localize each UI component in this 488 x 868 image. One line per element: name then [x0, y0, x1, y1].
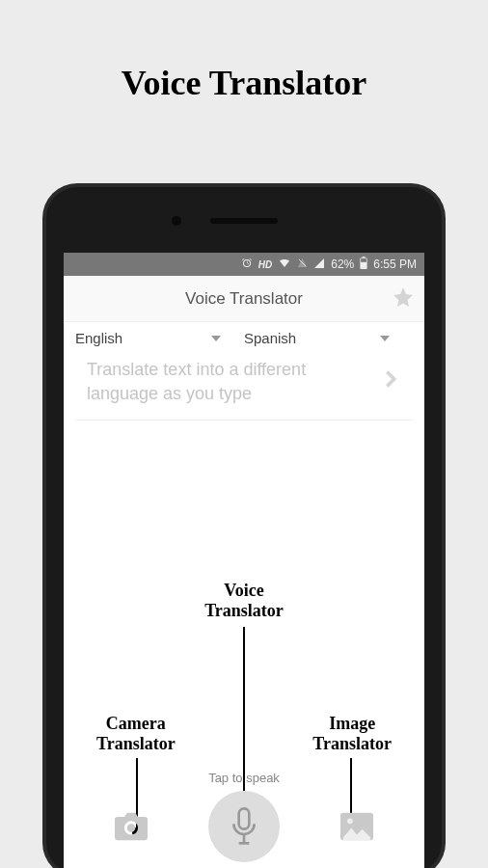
chevron-down-icon — [211, 336, 221, 341]
phone-speaker — [210, 218, 278, 224]
hd-label: HD — [258, 259, 272, 270]
no-signal-icon — [297, 258, 308, 271]
status-bar: HD 62% 6:55 PM — [64, 253, 424, 276]
voice-translator-button[interactable] — [208, 791, 280, 862]
favorite-button[interactable] — [392, 285, 415, 312]
camera-translator-button[interactable] — [108, 803, 154, 850]
input-row — [75, 352, 413, 420]
signal-icon — [313, 258, 325, 272]
page-title: Voice Translator — [0, 0, 488, 103]
svg-point-5 — [347, 819, 353, 825]
image-translator-button[interactable] — [334, 803, 380, 850]
app-title: Voice Translator — [185, 289, 303, 309]
svg-rect-2 — [361, 258, 366, 262]
phone-screen: HD 62% 6:55 PM Voice Translator — [64, 253, 424, 868]
tap-to-speak-label: Tap to speak — [64, 771, 424, 785]
phone-frame: HD 62% 6:55 PM Voice Translator — [42, 183, 446, 868]
language-row: English Spanish — [64, 322, 424, 352]
phone-inner: HD 62% 6:55 PM Voice Translator — [46, 187, 442, 868]
wifi-icon — [278, 258, 291, 272]
annotation-image: Image Translator — [312, 714, 392, 753]
svg-rect-3 — [239, 808, 250, 828]
app-header: Voice Translator — [64, 276, 424, 322]
clock-label: 6:55 PM — [373, 258, 417, 271]
alarm-icon — [241, 258, 253, 272]
submit-arrow-button[interactable] — [380, 366, 401, 399]
battery-icon — [360, 257, 367, 272]
bottom-toolbar — [64, 791, 424, 862]
target-language-label: Spanish — [244, 330, 296, 346]
battery-pct: 62% — [331, 258, 354, 271]
image-icon — [340, 812, 373, 841]
annotation-camera: Camera Translator — [96, 714, 176, 753]
phone-camera-dot — [172, 216, 181, 226]
camera-icon — [115, 812, 148, 841]
annotation-voice: Voice Translator — [204, 581, 284, 620]
microphone-icon — [228, 807, 260, 846]
chevron-down-icon — [380, 336, 390, 341]
target-language-select[interactable]: Spanish — [244, 330, 413, 346]
svg-rect-1 — [363, 257, 366, 258]
source-language-select[interactable]: English — [75, 330, 244, 346]
translate-input[interactable] — [87, 358, 372, 406]
source-language-label: English — [75, 330, 122, 346]
